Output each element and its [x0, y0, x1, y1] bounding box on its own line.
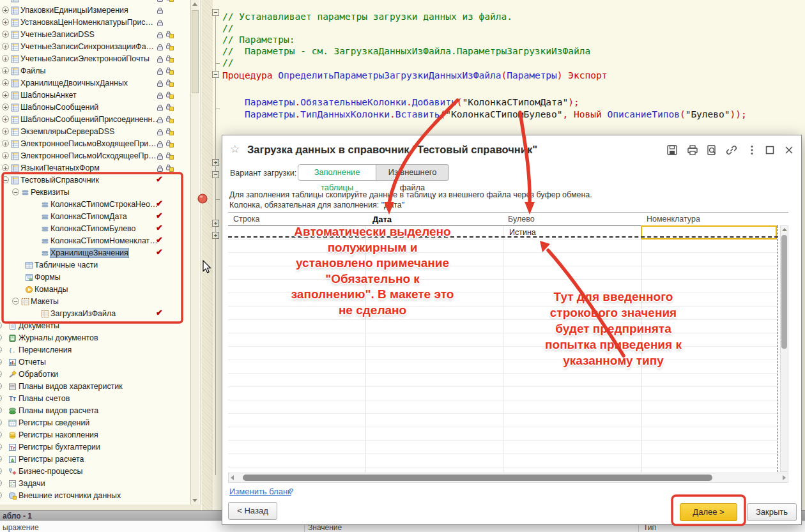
- tree-item-38[interactable]: +Регистры расчета: [0, 453, 201, 465]
- expand-icon[interactable]: +: [0, 419, 2, 426]
- vscroll-thumb[interactable]: [781, 235, 787, 349]
- expand-icon[interactable]: +: [2, 79, 9, 86]
- tree-item-25[interactable]: −Макеты: [0, 295, 201, 307]
- scroll-down-icon[interactable]: [192, 499, 197, 502]
- expand-icon[interactable]: +: [2, 19, 9, 26]
- expand-icon[interactable]: +: [0, 492, 2, 499]
- tree-item-14[interactable]: +ЯзыкиПечатныхФорм: [0, 162, 201, 174]
- tree-item-7[interactable]: +ХранилищеДвоичныхДанных: [0, 77, 201, 89]
- expand-icon[interactable]: +: [2, 6, 9, 13]
- tree-item-13[interactable]: +ЭлектронноеПисьмоИсходящееПр…: [0, 149, 201, 162]
- scroll-up-icon[interactable]: [192, 3, 197, 6]
- close-button[interactable]: Закрыть: [747, 503, 797, 521]
- tree-item-19[interactable]: КолонкаСТипомБулево✔: [0, 222, 201, 234]
- table-vertical-scrollbar[interactable]: [780, 225, 788, 472]
- print-icon[interactable]: [686, 144, 699, 156]
- tree-item-31[interactable]: +Обработки: [0, 368, 201, 380]
- expand-icon[interactable]: +: [2, 43, 9, 50]
- expand-icon[interactable]: +: [2, 31, 9, 38]
- back-button[interactable]: < Назад: [228, 502, 277, 520]
- fold-expand-icon[interactable]: +: [212, 220, 219, 227]
- expand-icon[interactable]: +: [2, 128, 9, 135]
- tree-item-15[interactable]: −ТестовыйСправочник✔: [0, 174, 201, 186]
- more-menu-icon[interactable]: [746, 144, 758, 156]
- hscroll-thumb[interactable]: [243, 475, 712, 481]
- column-header-Булево[interactable]: Булево: [508, 215, 535, 224]
- tree-item-18[interactable]: КолонкаСТипомДата✔: [0, 210, 201, 222]
- tree-item-35[interactable]: +Регистры сведений: [0, 416, 201, 429]
- tree-item-23[interactable]: Формы: [0, 271, 201, 283]
- expand-icon[interactable]: +: [2, 91, 9, 98]
- collapse-icon[interactable]: −: [12, 188, 19, 195]
- expand-icon[interactable]: +: [0, 395, 2, 402]
- scroll-left-icon[interactable]: [231, 475, 234, 480]
- expand-icon[interactable]: +: [0, 443, 2, 450]
- tree-item-21[interactable]: ХранилищеЗначения✔: [0, 247, 201, 259]
- tree-item-28[interactable]: +Журналы документов: [0, 331, 201, 344]
- tree-item-5[interactable]: +УчетныеЗаписиЭлектроннойПочты: [0, 52, 201, 65]
- save-icon[interactable]: [666, 144, 678, 156]
- expand-icon[interactable]: +: [2, 152, 9, 159]
- expand-icon[interactable]: +: [0, 346, 2, 353]
- tree-item-16[interactable]: −Реквизиты: [0, 186, 201, 198]
- tab-fill-table[interactable]: Заполнение таблицы: [298, 164, 376, 181]
- collapse-icon[interactable]: −: [12, 298, 19, 305]
- scroll-up-icon[interactable]: [782, 228, 787, 231]
- tree-item-10[interactable]: +ШаблоныСообщенийПрисоединенн…: [0, 113, 201, 125]
- tree-item-20[interactable]: КолонкаСТипомНоменклат…✔: [0, 234, 201, 247]
- collapse-icon[interactable]: −: [2, 176, 9, 183]
- tree-item-41[interactable]: +Внешние источники данных: [0, 489, 201, 501]
- favorite-star-icon[interactable]: ☆: [230, 142, 240, 156]
- fold-expand-icon[interactable]: +: [212, 232, 219, 239]
- link-icon[interactable]: [725, 144, 738, 156]
- tree-item-2[interactable]: +УстановкаЦенНоменклатурыПрис…: [0, 16, 201, 28]
- expand-icon[interactable]: +: [0, 431, 2, 438]
- breakpoint-margin[interactable]: [202, 0, 213, 532]
- fold-collapse-icon[interactable]: −: [212, 71, 219, 78]
- fold-expand-icon[interactable]: +: [212, 159, 219, 166]
- expand-icon[interactable]: +: [0, 480, 2, 487]
- tree-item-3[interactable]: +УчетныеЗаписиDSS: [0, 28, 201, 40]
- expand-icon[interactable]: +: [2, 103, 9, 110]
- tree-item-26[interactable]: ЗагрузкаИзФайла✔: [0, 307, 201, 319]
- tree-item-9[interactable]: +ШаблоныСообщений: [0, 101, 201, 113]
- tree-item-29[interactable]: +{..}Перечисления: [0, 344, 201, 356]
- maximize-icon[interactable]: [763, 144, 776, 156]
- tree-item-8[interactable]: +ШаблоныАнкет: [0, 89, 201, 101]
- tree-item-4[interactable]: +УчетныеЗаписиСинхронизацииФа…: [0, 40, 201, 52]
- column-header-Строка[interactable]: Строка: [233, 215, 259, 224]
- scroll-right-icon[interactable]: [783, 475, 786, 480]
- tree-item-33[interactable]: +ТтПланы счетов: [0, 392, 201, 404]
- next-button[interactable]: Далее >: [680, 503, 737, 521]
- close-icon[interactable]: [783, 144, 795, 156]
- tree-item-39[interactable]: +Бизнес-процессы: [0, 465, 201, 477]
- tree-item-34[interactable]: +Планы видов расчета: [0, 404, 201, 416]
- metadata-tree[interactable]: +УпаковкиЕдиницыИзмерения+УстановкаЦенНо…: [0, 0, 201, 505]
- column-header-Дата[interactable]: Дата: [372, 215, 392, 224]
- tab-from-file[interactable]: Из внешнего файла: [376, 164, 449, 181]
- edit-form-link[interactable]: Изменить бланк: [229, 487, 291, 496]
- expand-icon[interactable]: +: [0, 334, 2, 341]
- tree-scrollbar[interactable]: [190, 0, 199, 505]
- tree-scroll-thumb[interactable]: [192, 10, 199, 93]
- expand-icon[interactable]: +: [0, 467, 2, 475]
- expand-icon[interactable]: +: [0, 383, 2, 390]
- table-horizontal-scrollbar[interactable]: [228, 473, 788, 483]
- tree-item-37[interactable]: +ТгРегистры бухгалтерии: [0, 441, 201, 453]
- preview-icon[interactable]: [705, 144, 718, 156]
- tree-item-24[interactable]: Команды: [0, 283, 201, 295]
- tree-item-11[interactable]: +ЭкземплярыСервераDSS: [0, 125, 201, 137]
- tree-item-40[interactable]: +Задачи: [0, 477, 201, 489]
- expand-icon[interactable]: +: [2, 55, 9, 62]
- fold-collapse-icon[interactable]: −: [212, 9, 219, 16]
- tree-item-32[interactable]: +Планы видов характеристик: [0, 380, 201, 392]
- tree-item-30[interactable]: +Отчеты: [0, 356, 201, 368]
- tree-item-17[interactable]: КолонкаСТипомСтрокаНео…✔: [0, 198, 201, 210]
- code-text[interactable]: // Устанавливает параметры загрузки данн…: [222, 0, 797, 134]
- expand-icon[interactable]: +: [0, 358, 2, 365]
- tree-item-22[interactable]: Табличные части: [0, 259, 201, 271]
- expand-icon[interactable]: +: [2, 67, 9, 74]
- column-header-Номенклатура[interactable]: Номенклатура: [647, 215, 700, 224]
- expand-icon[interactable]: +: [0, 455, 2, 462]
- expand-icon[interactable]: +: [0, 407, 2, 414]
